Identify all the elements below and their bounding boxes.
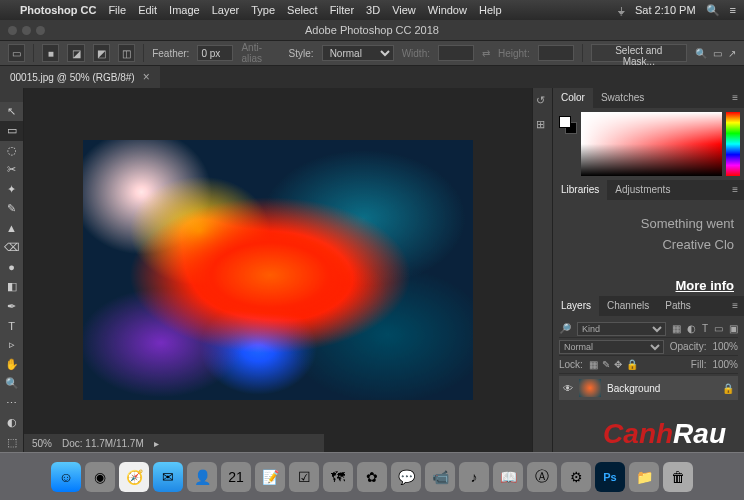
lock-all-icon[interactable]: 🔒 — [626, 359, 638, 370]
dock-contacts-icon[interactable]: 👤 — [187, 462, 217, 492]
color-spectrum[interactable] — [581, 112, 722, 176]
lock-transparency-icon[interactable]: ▦ — [589, 359, 598, 370]
type-tool[interactable]: T — [0, 316, 23, 335]
fgbg-swatch[interactable]: ◐ — [0, 413, 23, 432]
share-icon[interactable]: ↗ — [728, 48, 736, 59]
color-panel-menu-icon[interactable]: ≡ — [726, 88, 744, 108]
dock-preferences-icon[interactable]: ⚙ — [561, 462, 591, 492]
libraries-tab[interactable]: Libraries — [553, 180, 607, 200]
menu-image[interactable]: Image — [169, 4, 200, 16]
dock-folder-icon[interactable]: 📁 — [629, 462, 659, 492]
canvas-area[interactable] — [24, 88, 532, 452]
quickmask-tool[interactable]: ⬚ — [0, 433, 23, 452]
minimize-window-button[interactable] — [22, 26, 31, 35]
close-window-button[interactable] — [8, 26, 17, 35]
dock-itunes-icon[interactable]: ♪ — [459, 462, 489, 492]
hand-tool[interactable]: ✋ — [0, 355, 23, 374]
filter-shape-icon[interactable]: ▭ — [714, 323, 723, 334]
eyedropper-tool[interactable]: ✎ — [0, 199, 23, 218]
hue-slider[interactable] — [726, 112, 740, 176]
workspace-icon[interactable]: ▭ — [713, 48, 722, 59]
foreground-color-swatch[interactable] — [559, 116, 571, 128]
pen-tool[interactable]: ✒ — [0, 296, 23, 315]
libraries-panel-menu-icon[interactable]: ≡ — [726, 180, 744, 200]
lasso-tool[interactable]: ◌ — [0, 141, 23, 160]
selection-new-icon[interactable]: ■ — [42, 44, 59, 62]
zoom-level[interactable]: 50% — [32, 438, 52, 449]
select-and-mask-button[interactable]: Select and Mask... — [591, 44, 687, 62]
dock-photoshop-icon[interactable]: Ps — [595, 462, 625, 492]
menubar-clock[interactable]: Sat 2:10 PM — [635, 4, 696, 16]
lock-position-icon[interactable]: ✥ — [614, 359, 622, 370]
dock-messages-icon[interactable]: 💬 — [391, 462, 421, 492]
selection-intersect-icon[interactable]: ◫ — [118, 44, 135, 62]
selection-subtract-icon[interactable]: ◩ — [93, 44, 110, 62]
properties-panel-icon[interactable]: ⊞ — [536, 118, 550, 132]
history-panel-icon[interactable]: ↺ — [536, 94, 550, 108]
marquee-tool[interactable]: ▭ — [0, 121, 23, 140]
selection-add-icon[interactable]: ◪ — [67, 44, 84, 62]
layer-item-background[interactable]: 👁 Background 🔒 — [559, 376, 738, 400]
menu-file[interactable]: File — [108, 4, 126, 16]
menu-layer[interactable]: Layer — [212, 4, 240, 16]
eraser-tool[interactable]: ⌫ — [0, 238, 23, 257]
dock-safari-icon[interactable]: 🧭 — [119, 462, 149, 492]
dock-finder-icon[interactable]: ☺ — [51, 462, 81, 492]
filter-smart-icon[interactable]: ▣ — [729, 323, 738, 334]
style-select[interactable]: Normal — [322, 45, 394, 61]
layer-name[interactable]: Background — [607, 383, 660, 394]
menu-select[interactable]: Select — [287, 4, 318, 16]
wand-tool[interactable]: ✦ — [0, 180, 23, 199]
opacity-value[interactable]: 100% — [712, 341, 738, 352]
layer-visibility-icon[interactable]: 👁 — [563, 383, 573, 394]
wifi-icon[interactable]: ⏚ — [618, 4, 625, 16]
doc-info-chevron-icon[interactable]: ▸ — [154, 438, 159, 449]
dock-mail-icon[interactable]: ✉ — [153, 462, 183, 492]
menu-help[interactable]: Help — [479, 4, 502, 16]
close-tab-icon[interactable]: × — [143, 70, 150, 84]
dock-trash-icon[interactable]: 🗑 — [663, 462, 693, 492]
document-tab[interactable]: 00015.jpg @ 50% (RGB/8#) × — [0, 66, 160, 88]
menu-view[interactable]: View — [392, 4, 416, 16]
menu-filter[interactable]: Filter — [330, 4, 354, 16]
app-menu[interactable]: Photoshop CC — [20, 4, 96, 16]
menu-window[interactable]: Window — [428, 4, 467, 16]
layers-tab[interactable]: Layers — [553, 296, 599, 316]
layers-panel-menu-icon[interactable]: ≡ — [726, 296, 744, 316]
feather-input[interactable] — [197, 45, 233, 61]
dock-notes-icon[interactable]: 📝 — [255, 462, 285, 492]
tool-panel-grip[interactable] — [0, 88, 23, 102]
document-canvas[interactable] — [83, 140, 473, 400]
menu-3d[interactable]: 3D — [366, 4, 380, 16]
blend-mode-select[interactable]: Normal — [559, 340, 664, 354]
dock-ibooks-icon[interactable]: 📖 — [493, 462, 523, 492]
layer-lock-icon[interactable]: 🔒 — [722, 383, 734, 394]
layer-thumbnail[interactable] — [579, 379, 601, 397]
search-icon[interactable]: 🔍 — [695, 48, 707, 59]
filter-pixel-icon[interactable]: ▦ — [672, 323, 681, 334]
adjustments-tab[interactable]: Adjustments — [607, 180, 678, 200]
healing-tool[interactable]: ▲ — [0, 218, 23, 237]
swatches-tab[interactable]: Swatches — [593, 88, 652, 108]
dock-maps-icon[interactable]: 🗺 — [323, 462, 353, 492]
layer-filter-kind[interactable]: Kind — [577, 322, 666, 336]
zoom-window-button[interactable] — [36, 26, 45, 35]
paths-tab[interactable]: Paths — [657, 296, 699, 316]
lock-pixels-icon[interactable]: ✎ — [602, 359, 610, 370]
menu-edit[interactable]: Edit — [138, 4, 157, 16]
color-tab[interactable]: Color — [553, 88, 593, 108]
marquee-tool-icon[interactable]: ▭ — [8, 44, 25, 62]
spotlight-icon[interactable]: 🔍 — [706, 4, 720, 17]
dock-appstore-icon[interactable]: Ⓐ — [527, 462, 557, 492]
zoom-tool[interactable]: 🔍 — [0, 374, 23, 393]
dock-launchpad-icon[interactable]: ◉ — [85, 462, 115, 492]
crop-tool[interactable]: ✂ — [0, 160, 23, 179]
doc-info[interactable]: Doc: 11.7M/11.7M — [62, 438, 144, 449]
dock-reminders-icon[interactable]: ☑ — [289, 462, 319, 492]
fg-bg-color[interactable] — [557, 112, 577, 176]
fill-value[interactable]: 100% — [712, 359, 738, 370]
menu-extra-icon[interactable]: ≡ — [730, 4, 736, 16]
menu-type[interactable]: Type — [251, 4, 275, 16]
dock-photos-icon[interactable]: ✿ — [357, 462, 387, 492]
more-tools[interactable]: ⋯ — [0, 394, 23, 413]
